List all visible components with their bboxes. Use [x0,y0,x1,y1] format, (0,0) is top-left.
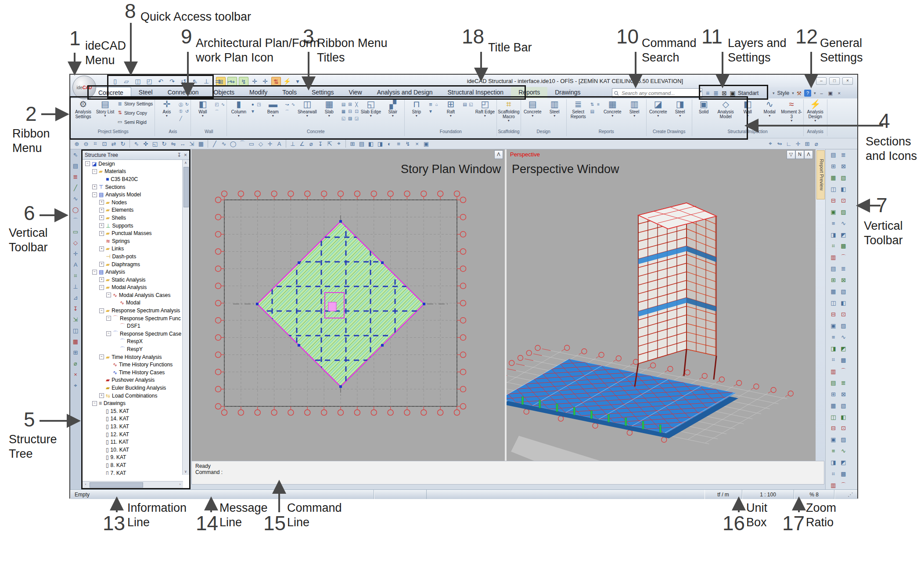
tree-item[interactable]: ▯11. KAT [83,438,183,446]
strip-button[interactable]: ⊓Strip▾ [406,99,427,127]
toolbar-icon[interactable]: ⌗ [829,356,838,364]
help-dropdown-icon[interactable]: ▾ [814,91,816,95]
tool-icon[interactable]: ⌒ [284,109,290,116]
tree-item[interactable]: ▯14. KAT [83,415,183,423]
rotate-icon[interactable]: ↻ [160,140,168,148]
toolbar-icon[interactable]: ≣ [839,379,848,387]
tree-item[interactable]: −▰Modal Analysis [83,284,183,292]
story-settings-button[interactable]: ≣Story Settings [117,101,153,107]
tool-icon[interactable]: ↺ [184,109,190,116]
circle-icon[interactable]: ◯ [72,206,80,214]
layer-off-icon[interactable]: ⊠ [721,89,727,98]
expander-icon[interactable]: + [99,215,104,220]
toolbar-icon[interactable]: ◨ [829,458,838,467]
toolbar-icon[interactable]: ⊠ [839,390,848,398]
toolbar-icon[interactable]: ◧ [839,413,848,421]
raft-edge-button[interactable]: ◰Raft Edge▾ [474,99,496,127]
close-button[interactable]: × [842,77,853,85]
story-plan-window[interactable]: Λ [191,149,507,461]
copy-icon[interactable]: ◱ [151,140,159,148]
layer-image-icon[interactable]: ▣ [730,89,736,98]
tab-objects[interactable]: Objects [206,87,242,98]
raft-button[interactable]: ⊞Raft▾ [440,99,461,127]
tab-tools[interactable]: Tools [275,87,304,98]
toolbar-icon[interactable]: ≡ [829,333,838,341]
tree-item[interactable]: +⊤Sections [83,183,183,191]
scroll-up-icon[interactable]: ∧ [183,160,189,166]
tree-item[interactable]: +▰Static Analysis [83,276,183,284]
column-button[interactable]: ▮Column▾ [228,99,249,127]
tree-item[interactable]: −≡Drawings [83,399,183,407]
tree-item[interactable]: −▰Materials [83,168,183,176]
regen-icon[interactable]: ↻ [119,140,127,148]
tree-item[interactable]: ▯10. KAT [83,446,183,454]
mirror-icon[interactable]: ⇋ [169,140,177,148]
tool-icon[interactable]: ① [178,109,183,116]
scroll-down-icon[interactable]: ∨ [183,469,189,475]
tab-drawings[interactable]: Drawings [547,87,588,98]
expander-icon[interactable]: − [92,270,97,275]
toolbar-icon[interactable]: ▤ [829,151,838,159]
render-icon[interactable]: ◐ [385,140,393,148]
tool-icon[interactable]: ◲ [353,116,360,123]
wall-button[interactable]: ◧Wall▾ [192,99,213,127]
grid-toggle-icon[interactable]: ⊞ [803,140,811,148]
toolbar-icon[interactable]: ◨ [829,231,838,239]
toolbar-icon[interactable]: ⊡ [839,196,848,205]
toolbar-icon[interactable]: ⊞ [829,162,838,170]
list-icon[interactable]: ≡ [395,140,403,148]
toolbar-icon[interactable]: ⊞ [829,276,838,284]
toolbar-icon[interactable]: ◫ [829,185,838,193]
tab-settings[interactable]: Settings [304,87,342,98]
perpendicular-icon[interactable]: ⊥ [202,77,211,86]
toolbar-icon[interactable]: ▩ [839,470,848,478]
customize-icon[interactable]: ▾ [293,77,302,86]
tree-item[interactable]: ≋Springs [83,237,183,245]
zoom-out-icon[interactable]: ⊖ [82,140,90,148]
tool-icon[interactable]: Ⓐ [178,102,183,109]
tool-icon[interactable]: ◱ [468,102,474,109]
toolbar-icon[interactable]: ⊞ [829,390,838,398]
tree-item[interactable]: +⊥Supports [83,222,183,230]
pan-icon[interactable]: ⇄ [110,140,118,148]
toolbar-icon[interactable]: ◫ [829,413,838,421]
toolbar-icon[interactable]: ▧ [839,287,848,296]
tab-steel[interactable]: Steel [131,87,160,98]
doc-minimize-button[interactable]: – [819,90,825,96]
maximize-button[interactable]: □ [829,77,840,85]
toolbar-icon[interactable]: ▣ [829,208,838,216]
expander-icon[interactable]: − [106,331,111,336]
select-icon[interactable]: ⇖ [72,151,80,159]
erase-icon[interactable]: × [413,140,421,148]
tree-item[interactable]: −⌒Response Spectrum Case [83,330,183,338]
toolbar-icon[interactable]: ▩ [839,356,848,364]
tool-icon[interactable]: ≣ [428,102,433,109]
story-list-button[interactable]: ▤Story List▾ [94,99,116,127]
toolbar-icon[interactable]: ◩ [839,458,848,467]
expander-icon[interactable]: + [99,200,104,205]
diameter-icon[interactable]: ⌀ [72,359,80,368]
display-icon[interactable]: ◧ [367,140,375,148]
toolbar-icon[interactable]: ▩ [839,242,848,250]
analysis-model-button[interactable]: ◇Analysis Model [715,99,737,127]
doc-close-button[interactable]: × [836,90,842,96]
layers-icon[interactable]: ▤ [358,140,366,148]
track-icon[interactable]: ↬ [776,140,784,148]
layer-preset-value[interactable]: Standart [738,90,759,96]
tool-icon[interactable]: ↻ [184,102,190,109]
point-snap-icon[interactable]: ✛ [250,77,259,86]
design-concrete-button[interactable]: ▤Concrete▾ [522,99,543,127]
text-icon[interactable]: A [72,260,80,269]
tree-item[interactable]: ▯12. KAT [83,431,183,438]
tool-icon[interactable]: ▤ [462,102,467,109]
break-icon[interactable]: ↯ [404,140,412,148]
revert-icon[interactable]: ↺ [179,77,188,86]
slab-edge-button[interactable]: ◱Slab Edge▾ [360,99,381,127]
story-copy-button[interactable]: ⇅Story Copy [117,110,153,116]
angle-icon[interactable]: ∠ [298,140,306,148]
unit-box[interactable]: tf / m [705,490,742,499]
doc-restore-button[interactable]: ▣ [827,90,834,96]
toolbar-icon[interactable]: ▥ [829,367,838,376]
tab-view[interactable]: View [342,87,370,98]
tree-item[interactable]: +▰Elements [83,206,183,214]
